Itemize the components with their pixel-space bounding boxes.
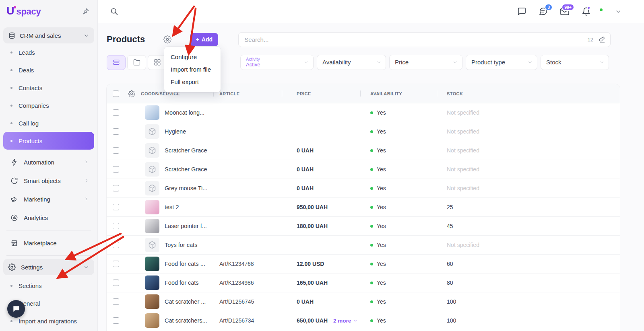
product-name[interactable]: Toys for cats bbox=[165, 242, 197, 248]
row-checkbox[interactable] bbox=[113, 204, 119, 210]
product-name[interactable]: test 2 bbox=[165, 204, 179, 210]
product-name[interactable]: Scratcher Grace bbox=[165, 147, 207, 154]
article-cell bbox=[213, 179, 282, 197]
table-row[interactable]: Scratcher Grace 0 UAH Yes Not specified bbox=[107, 160, 620, 179]
sidebar-item[interactable]: Contacts bbox=[3, 79, 94, 97]
product-name[interactable]: Hygiene bbox=[165, 128, 186, 135]
table-row[interactable]: Food for cats ... Art/K1234768 12.00 USD… bbox=[107, 255, 620, 273]
sidebar-item-analytics[interactable]: Analytics bbox=[3, 208, 94, 227]
chevron-down-icon[interactable] bbox=[615, 8, 621, 15]
product-name[interactable]: Mooncat long... bbox=[165, 109, 204, 116]
availability-dot bbox=[370, 282, 373, 284]
messenger-badge: 3 bbox=[545, 4, 553, 11]
products-settings-gear-icon[interactable] bbox=[163, 35, 171, 43]
product-name[interactable]: Food for cats ... bbox=[165, 261, 205, 267]
menu-item[interactable]: Configure bbox=[164, 51, 221, 63]
columns-settings-gear-icon[interactable] bbox=[124, 84, 141, 103]
stock-value: 80 bbox=[447, 280, 453, 286]
sidebar-item-automation[interactable]: Automation bbox=[3, 153, 94, 171]
filter-chip[interactable]: Product type bbox=[466, 55, 537, 70]
column-article[interactable]: ARTICLE bbox=[213, 84, 282, 103]
sidebar-item[interactable]: Sections bbox=[3, 277, 94, 294]
filter-chip[interactable]: Stock bbox=[541, 55, 609, 70]
select-all-checkbox[interactable] bbox=[113, 90, 119, 97]
row-checkbox[interactable] bbox=[113, 223, 119, 229]
sidebar-item-smart-objects[interactable]: Smart objects bbox=[3, 171, 94, 190]
bullet-icon bbox=[10, 51, 12, 53]
product-name[interactable]: Scratcher Grace bbox=[165, 166, 207, 173]
row-checkbox[interactable] bbox=[113, 298, 119, 305]
search-icon[interactable] bbox=[110, 7, 118, 16]
row-checkbox[interactable] bbox=[113, 166, 119, 173]
row-checkbox[interactable] bbox=[113, 317, 119, 324]
table-row[interactable]: Scratcher Grace 0 UAH Yes Not specified bbox=[107, 141, 620, 160]
filter-chip[interactable]: Activity Active bbox=[240, 55, 314, 70]
table-row[interactable]: Hygiene Yes Not specified bbox=[107, 122, 620, 141]
table-row[interactable]: Laser pointer f... 180,00 UAH Yes 45 bbox=[107, 217, 620, 236]
mail-icon[interactable]: 99+ bbox=[560, 7, 570, 16]
availability-value: Yes bbox=[377, 204, 386, 210]
sidebar-group-crm[interactable]: CRM and sales bbox=[3, 27, 94, 43]
chevron-right-icon bbox=[84, 159, 89, 165]
grid-view-toggle[interactable] bbox=[148, 55, 167, 70]
article-cell bbox=[213, 103, 282, 122]
availability-dot bbox=[370, 206, 373, 209]
column-price[interactable]: PRICE bbox=[282, 84, 360, 103]
search-input[interactable] bbox=[244, 36, 587, 43]
row-checkbox[interactable] bbox=[113, 280, 119, 286]
bell-icon[interactable] bbox=[582, 7, 591, 16]
sidebar-item[interactable]: Leads bbox=[3, 43, 94, 61]
bullet-icon bbox=[10, 320, 12, 322]
filter-chip[interactable]: Availability bbox=[317, 55, 386, 70]
sidebar-item[interactable]: Companies bbox=[3, 97, 94, 114]
sidebar-item-label: Products bbox=[19, 138, 42, 144]
menu-item[interactable]: Full export bbox=[164, 76, 221, 88]
more-prices-link[interactable]: 2 more bbox=[333, 318, 358, 324]
table-row[interactable]: Grey mouse Ti... 0 UAH Yes Not specified bbox=[107, 179, 620, 198]
product-name[interactable]: Food for cats bbox=[165, 280, 199, 286]
table-row[interactable]: Cat scratcher ... Art/D1256745 0 UAH Yes… bbox=[107, 292, 620, 311]
divider bbox=[6, 255, 91, 256]
row-checkbox[interactable] bbox=[113, 261, 119, 267]
product-photo bbox=[145, 294, 159, 309]
row-checkbox[interactable] bbox=[113, 185, 119, 191]
crm-nav: Leads Deals Contacts Companies Call log … bbox=[0, 43, 97, 150]
table-body: Mooncat long... Yes Not specified Hygien… bbox=[107, 103, 620, 330]
sidebar-item[interactable]: Deals bbox=[3, 61, 94, 79]
row-checkbox[interactable] bbox=[113, 128, 119, 135]
uspacy-logo[interactable]: U spacy bbox=[6, 6, 41, 17]
messenger-icon[interactable]: 3 bbox=[539, 7, 548, 16]
sidebar-item[interactable]: Products bbox=[3, 132, 94, 150]
add-button[interactable]: + Add bbox=[190, 33, 218, 46]
bullet-icon bbox=[10, 69, 12, 71]
column-stock[interactable]: STOCK bbox=[437, 84, 620, 103]
menu-item[interactable]: Import from file bbox=[164, 63, 221, 76]
comment-icon[interactable] bbox=[517, 7, 526, 16]
list-view-toggle[interactable] bbox=[107, 55, 126, 70]
sidebar-item-marketplace[interactable]: Marketplace bbox=[3, 234, 94, 252]
table-row[interactable]: test 2 950,00 UAH Yes 25 bbox=[107, 198, 620, 217]
table-row[interactable]: Cat scratchers... Art/D1256734 650,00 UA… bbox=[107, 311, 620, 330]
product-name[interactable]: Grey mouse Ti... bbox=[165, 185, 207, 191]
bullet-icon bbox=[10, 122, 12, 124]
live-chat-launcher[interactable] bbox=[7, 300, 25, 318]
folder-view-toggle[interactable] bbox=[127, 55, 146, 70]
availability-dot bbox=[370, 225, 373, 228]
products-table: GOODS/SERVICE ARTICLE PRICE AVAILABILITY… bbox=[107, 84, 620, 331]
product-name[interactable]: Cat scratcher ... bbox=[165, 298, 206, 305]
pin-icon[interactable] bbox=[82, 8, 89, 15]
row-checkbox[interactable] bbox=[113, 242, 119, 248]
column-availability[interactable]: AVAILABILITY bbox=[360, 84, 437, 103]
product-name[interactable]: Laser pointer f... bbox=[165, 223, 207, 229]
table-row[interactable]: Mooncat long... Yes Not specified bbox=[107, 103, 620, 122]
table-row[interactable]: Toys for cats Yes Not specified bbox=[107, 236, 620, 255]
table-row[interactable]: Food for cats Art/K1234986 165,00 UAH Ye… bbox=[107, 273, 620, 292]
row-checkbox[interactable] bbox=[113, 109, 119, 116]
product-name[interactable]: Cat scratchers... bbox=[165, 317, 207, 324]
sidebar-item[interactable]: Call log bbox=[3, 114, 94, 132]
eraser-icon[interactable] bbox=[598, 36, 605, 43]
sidebar-item-marketing[interactable]: Marketing bbox=[3, 190, 94, 208]
sidebar-item-settings[interactable]: Settings bbox=[3, 259, 94, 275]
row-checkbox[interactable] bbox=[113, 147, 119, 154]
filter-chip[interactable]: Price bbox=[389, 55, 462, 70]
